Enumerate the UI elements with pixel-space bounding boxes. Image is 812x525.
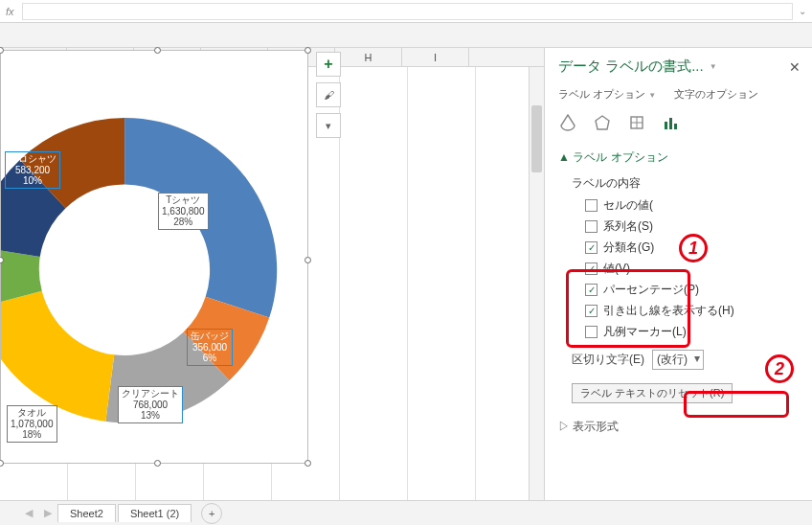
checkbox-series-name[interactable]: 系列名(S): [585, 218, 799, 235]
checkbox-legend-key[interactable]: 凡例マーカー(L): [585, 324, 799, 340]
chart-styles-button[interactable]: 🖌: [316, 82, 341, 107]
chevron-down-icon[interactable]: ▼: [710, 62, 717, 71]
svg-rect-6: [674, 124, 677, 129]
size-pane-icon[interactable]: [627, 113, 646, 132]
reset-label-text-button[interactable]: ラベル テキストのリセット(R): [572, 383, 733, 403]
pane-title: データ ラベルの書式...▼: [558, 57, 799, 76]
data-label-polo[interactable]: ポロシャツ583,20010%: [5, 151, 60, 189]
label-content-header: ラベルの内容: [572, 175, 799, 192]
fx-label: fx: [6, 6, 14, 17]
funnel-icon: ▾: [326, 120, 331, 132]
chart-float-buttons: + 🖌 ▾: [316, 52, 341, 144]
col-header[interactable]: H: [335, 48, 402, 66]
sheet-tabs: ◀ ▶ Sheet2 Sheet1 (2) +: [0, 500, 812, 525]
data-label-towel[interactable]: タオル1,078,00018%: [7, 405, 57, 443]
data-label-tshirt[interactable]: Tシャツ1,630,80028%: [158, 193, 209, 230]
tab-nav-prev[interactable]: ◀: [25, 507, 33, 519]
tab-text-options[interactable]: 文字のオプション: [674, 88, 758, 100]
svg-rect-4: [665, 122, 667, 129]
close-icon[interactable]: ✕: [789, 59, 801, 75]
data-label-clear[interactable]: クリアシート768,00013%: [118, 386, 183, 423]
formula-expand-icon[interactable]: ⌄: [799, 6, 806, 16]
chart-add-element-button[interactable]: +: [316, 52, 341, 77]
add-sheet-button[interactable]: +: [201, 503, 222, 524]
tab-nav-next[interactable]: ▶: [44, 507, 52, 519]
worksheet-area[interactable]: C D E F G H I: [0, 48, 544, 500]
sheet-tab[interactable]: Sheet2: [57, 504, 116, 522]
effects-pane-icon[interactable]: [593, 113, 612, 132]
label-options-pane-icon[interactable]: [662, 113, 681, 132]
fill-pane-icon[interactable]: [558, 113, 577, 132]
annotation-2: 2: [765, 354, 794, 383]
section-label-options[interactable]: ▲ ラベル オプション: [558, 149, 799, 166]
data-label-can[interactable]: 缶バッジ356,0006%: [187, 329, 233, 366]
chart-object[interactable]: Tシャツ1,630,80028% 缶バッジ356,0006% クリアシート768…: [0, 50, 308, 464]
annotation-1: 1: [679, 234, 708, 262]
brush-icon: 🖌: [324, 89, 334, 101]
sheet-tab[interactable]: Sheet1 (2): [118, 504, 192, 522]
formula-input[interactable]: [22, 3, 793, 20]
checkbox-leader-lines[interactable]: 引き出し線を表示する(H): [585, 303, 799, 319]
section-number-format[interactable]: ▷ 表示形式: [558, 419, 799, 435]
svg-rect-5: [669, 118, 672, 129]
separator-select[interactable]: (改行): [652, 350, 704, 370]
checkbox-percentage[interactable]: パーセンテージ(P): [585, 282, 799, 298]
plus-icon: +: [324, 56, 332, 73]
checkbox-cell-value[interactable]: セルの値(: [585, 197, 799, 214]
checkbox-value[interactable]: 値(V): [585, 261, 799, 277]
svg-marker-0: [596, 116, 609, 129]
vertical-scrollbar[interactable]: [529, 67, 544, 500]
scroll-thumb[interactable]: [531, 105, 542, 172]
col-header[interactable]: I: [402, 48, 469, 66]
separator-label: 区切り文字(E): [572, 352, 644, 368]
tab-label-options[interactable]: ラベル オプション ▼: [558, 88, 656, 100]
chart-filter-button[interactable]: ▾: [316, 113, 341, 138]
ribbon-strip: [0, 23, 812, 48]
format-pane: データ ラベルの書式...▼ ✕ ラベル オプション ▼ 文字のオプション ▲ …: [544, 48, 812, 500]
